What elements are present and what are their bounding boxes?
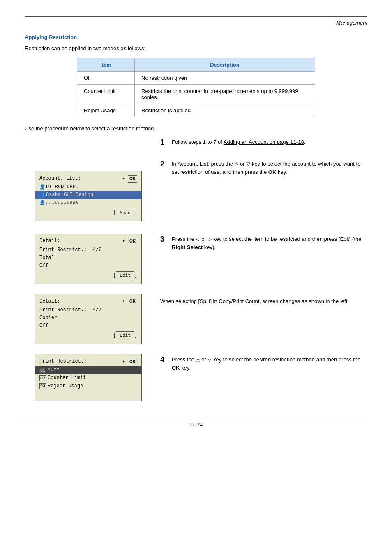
ltri-symbol <box>196 236 200 242</box>
lcd-line-2-highlighted: 👥 Osaka GUI Design <box>35 191 141 199</box>
lcd-line-text: ########### <box>46 199 78 207</box>
ok-nav-indicator: ✦ OK <box>122 238 137 245</box>
ok-key-ref: OK <box>172 365 180 371</box>
intro-text: Restriction can be applied in two modes … <box>25 45 367 51</box>
lcd-line-1: Print Restrict.: 4/6 <box>39 246 137 254</box>
row-item: Off <box>77 72 135 85</box>
person-icon: 👤 <box>39 199 45 207</box>
ok-box: OK <box>128 358 137 365</box>
table-row: Counter Limit Restricts the print counte… <box>77 85 315 104</box>
nav-arrows-icon: ✦ <box>122 175 125 183</box>
rtri-symbol <box>208 236 212 242</box>
lcd-line-text: Counter Limit <box>48 374 86 382</box>
row-desc: No restriction given <box>135 72 315 85</box>
lcd-line-3: 👤 ########### <box>39 199 137 207</box>
ok-nav-indicator: ✦ OK <box>122 175 137 183</box>
lcd-line-2: Total <box>39 254 137 262</box>
lcd-bottom-bar: [ Menu ] <box>39 209 137 218</box>
lcd-screen-4: Print Restrict.: ✦ OK 01 *Off 02 Counter… <box>35 354 142 401</box>
lcd-line-text: *Off <box>48 366 60 374</box>
person-icon: 👤 <box>39 184 45 191</box>
lcd-header-text: Print Restrict.: <box>39 358 87 365</box>
lcd-line-3: Off <box>39 262 137 270</box>
col-item: Item <box>77 58 135 72</box>
page: Management Applying Restriction Restrict… <box>0 0 392 452</box>
ok-nav-indicator: ✦ OK <box>122 358 137 365</box>
people-icon: 👥 <box>39 192 45 199</box>
step-4-text: Press the or key to select the desired r… <box>172 356 367 372</box>
delta-symbol <box>196 356 200 363</box>
col-desc: Description <box>135 58 315 72</box>
step-3-text: Press the or key to select the item to b… <box>172 235 367 251</box>
nav-arrows-icon: ✦ <box>122 298 125 305</box>
lcd-edit-button: Edit <box>116 331 134 340</box>
lcd-line-2: 02 Counter Limit <box>39 374 137 382</box>
lcd-edit-button: Edit <box>116 271 134 280</box>
section-heading: Applying Restriction <box>25 34 367 40</box>
lcd-header-3: Detail: ✦ OK <box>39 298 137 305</box>
step-1-link[interactable]: Adding an Account on page 11-18 <box>224 139 304 145</box>
ok-box: OK <box>128 298 137 305</box>
header-title: Management <box>336 20 367 26</box>
page-header: Management <box>25 20 367 26</box>
ok-key-ref: OK <box>268 169 277 175</box>
table-row: Reject Usage Restriction is applied. <box>77 104 315 117</box>
step-2: 2 In Account. List, press the or key to … <box>160 160 367 176</box>
step-1: 1 Follow steps 1 to 7 of Adding an Accou… <box>160 138 367 147</box>
step-1-text: Follow steps 1 to 7 of Adding an Account… <box>172 138 305 146</box>
lcd-line-1: Print Restrict.: 4/7 <box>39 306 137 314</box>
step-3: 3 Press the or key to select the item to… <box>160 235 367 251</box>
lcd-line-text: Total <box>39 254 54 262</box>
row-item: Reject Usage <box>77 104 135 117</box>
ok-box: OK <box>128 175 137 183</box>
procedure-intro: Use the procedure below to select a rest… <box>25 125 367 132</box>
top-rule <box>25 16 367 17</box>
restriction-table: Item Description Off No restriction give… <box>77 58 315 117</box>
row-desc: Restricts the print counter in one-page … <box>135 85 315 104</box>
lcd-bottom-bar: [ Edit ] <box>39 331 137 340</box>
lcd-line-text: Print Restrict.: 4/6 <box>39 246 101 254</box>
lcd-line-text: Osaka GUI Design <box>46 191 93 199</box>
lcd-menu-button: Menu <box>116 209 134 218</box>
step-4: 4 Press the or key to select the desired… <box>160 356 367 372</box>
lcd-line-text: Off <box>39 322 48 330</box>
lcd-screen-1: Account. List: ✦ OK 👤 UI R&D DEP. 👥 Osak… <box>35 171 142 221</box>
lcd-header-text: Detail: <box>39 237 60 245</box>
step-2-text: In Account. List, press the or key to se… <box>172 160 367 176</box>
table-row: Off No restriction given <box>77 72 315 85</box>
lcd-line-3: Off <box>39 322 137 330</box>
delta-symbol <box>234 161 238 167</box>
lcd-line-2: Copier <box>39 314 137 322</box>
lcd-line-1-selected: 01 *Off <box>35 366 141 374</box>
bottom-rule <box>25 418 367 418</box>
steps-area: Account. List: ✦ OK 👤 UI R&D DEP. 👥 Osak… <box>25 138 367 401</box>
lcd-line-text: Off <box>39 262 48 270</box>
right-select-ref: Right Select <box>172 244 203 250</box>
nav-arrows-icon: ✦ <box>122 358 125 365</box>
step-1-number: 1 <box>160 138 168 147</box>
lcd-line-text: Copier <box>39 314 57 322</box>
lcd-num-03: 03 <box>39 383 46 389</box>
step-2-number: 2 <box>160 160 168 169</box>
lcd-line-1: 👤 UI R&D DEP. <box>39 183 137 191</box>
lcd-num-02: 02 <box>39 375 46 381</box>
lcd-num-01: 01 <box>39 368 46 373</box>
lcd-header-4: Print Restrict.: ✦ OK <box>39 358 137 365</box>
lcd-screen-2: Detail: ✦ OK Print Restrict.: 4/6 Total … <box>35 234 142 284</box>
step-4-number: 4 <box>160 356 168 364</box>
lcd-line-text: Reject Usage <box>48 382 83 390</box>
nav-arrows-icon: ✦ <box>122 238 125 245</box>
lcd-header-text: Account. List: <box>39 175 81 183</box>
lcd-bottom-bar: [ Edit ] <box>39 271 137 280</box>
ok-nav-indicator: ✦ OK <box>122 298 137 305</box>
page-footer: 11-24 <box>25 421 367 428</box>
row-item: Counter Limit <box>77 85 135 104</box>
row-desc: Restriction is applied. <box>135 104 315 117</box>
lcd-header-text: Detail: <box>39 298 60 305</box>
ok-box: OK <box>128 238 137 245</box>
page-number: 11-24 <box>189 421 203 428</box>
lcd-line-3: 03 Reject Usage <box>39 382 137 390</box>
nabla-symbol <box>208 356 212 363</box>
lcd-header-2: Detail: ✦ OK <box>39 237 137 245</box>
lcd-header-1: Account. List: ✦ OK <box>39 175 137 183</box>
